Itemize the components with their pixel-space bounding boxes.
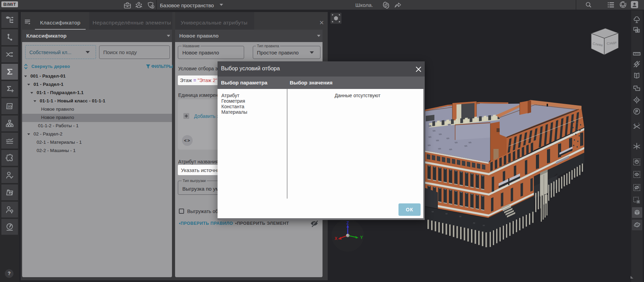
svg-text:2: 2 [638,122,639,124]
svg-text:Z: Z [346,221,349,225]
svg-text:1: 1 [634,123,635,125]
svg-text:2D: 2D [8,104,12,108]
svg-text:X: X [335,236,337,241]
svg-text:Y: Y [360,235,363,240]
